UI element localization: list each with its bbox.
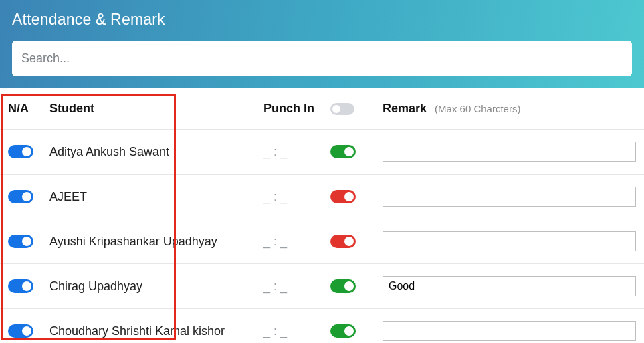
col-header-student: Student	[49, 102, 263, 116]
punch-in-toggle[interactable]	[330, 324, 356, 338]
col-header-remark-hint: (Max 60 Charcters)	[435, 103, 520, 114]
header-bar: Attendance & Remark	[0, 0, 644, 88]
student-name: AJEET	[49, 190, 263, 204]
col-header-punch-in: Punch In	[263, 102, 330, 116]
col-header-remark: Remark	[383, 102, 427, 116]
table-row: Chirag Upadhyay_ : _	[0, 264, 644, 309]
na-toggle[interactable]	[8, 324, 33, 338]
na-toggle[interactable]	[8, 145, 33, 158]
student-name: Chirag Upadhyay	[49, 279, 263, 294]
punch-time: _ : _	[263, 324, 330, 338]
remark-input[interactable]	[383, 321, 636, 341]
punch-in-toggle[interactable]	[330, 190, 356, 203]
remark-input[interactable]	[383, 231, 636, 251]
remark-input[interactable]	[383, 142, 636, 162]
punch-in-master-toggle[interactable]	[330, 103, 354, 115]
table-header-row: N/A Student Punch In Remark (Max 60 Char…	[0, 88, 644, 130]
punch-in-toggle[interactable]	[330, 235, 356, 248]
na-toggle[interactable]	[8, 190, 33, 203]
search-wrap	[12, 41, 632, 76]
punch-time: _ : _	[263, 190, 330, 204]
punch-in-toggle[interactable]	[330, 279, 356, 293]
remark-input[interactable]	[383, 276, 636, 296]
rows-scroll-area[interactable]: Aditya Ankush Sawant_ : _AJEET_ : _Ayush…	[0, 130, 644, 343]
punch-time: _ : _	[263, 235, 330, 249]
punch-time: _ : _	[263, 145, 330, 159]
punch-time: _ : _	[263, 279, 330, 294]
page-title: Attendance & Remark	[12, 11, 632, 29]
na-toggle[interactable]	[8, 279, 33, 293]
remark-input[interactable]	[383, 187, 636, 207]
table-row: AJEET_ : _	[0, 175, 644, 219]
table-row: Aditya Ankush Sawant_ : _	[0, 130, 644, 175]
table-row: Ayushi Kripashankar Upadhyay_ : _	[0, 219, 644, 264]
punch-in-toggle[interactable]	[330, 145, 356, 158]
search-input[interactable]	[12, 41, 632, 76]
table-row: Choudhary Shrishti Kamal kishor_ : _	[0, 309, 644, 343]
col-header-na: N/A	[8, 102, 49, 116]
student-name: Ayushi Kripashankar Upadhyay	[49, 235, 263, 249]
student-name: Choudhary Shrishti Kamal kishor	[49, 324, 263, 338]
na-toggle[interactable]	[8, 235, 33, 248]
student-name: Aditya Ankush Sawant	[49, 145, 263, 159]
